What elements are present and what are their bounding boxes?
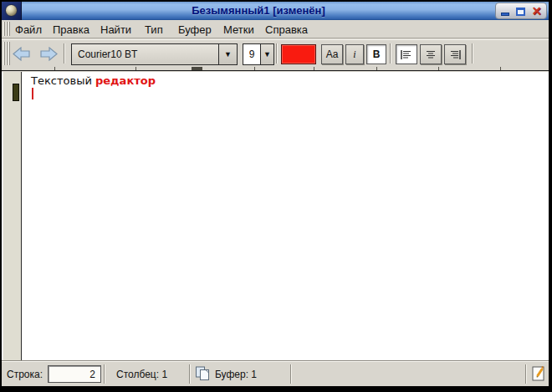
statusbar-separator <box>189 364 191 384</box>
editor-area: Текстовый редактор <box>2 72 549 360</box>
font-size-select[interactable]: 9 ▼ <box>243 43 274 65</box>
back-button[interactable] <box>12 45 32 62</box>
chevron-down-icon[interactable]: ▼ <box>260 44 273 64</box>
align-center-icon <box>425 49 437 60</box>
forward-button[interactable] <box>38 45 59 62</box>
letter-case-button[interactable]: Aa <box>321 44 343 64</box>
close-icon: ✕ <box>532 5 542 18</box>
bold-button[interactable]: B <box>366 44 386 64</box>
toolbar-separator <box>472 43 473 64</box>
align-left-icon <box>401 49 412 60</box>
text-caret <box>32 88 33 99</box>
menu-edit[interactable]: Правка <box>53 23 89 36</box>
toolbar-separator <box>64 43 65 64</box>
menu-type[interactable]: Тип <box>145 23 163 36</box>
document-text-normal: Текстовый <box>31 74 95 87</box>
line-number-input[interactable] <box>48 365 101 383</box>
align-right-icon <box>449 49 461 60</box>
document-line: Текстовый редактор <box>23 72 549 87</box>
back-arrow-icon <box>13 47 31 61</box>
app-icon[interactable] <box>2 2 22 20</box>
maximize-button[interactable] <box>514 5 528 18</box>
font-size-value: 9 <box>243 44 260 64</box>
line-label: Строка: <box>7 369 43 380</box>
forward-arrow-icon <box>39 47 58 61</box>
text-color-button[interactable] <box>281 44 316 64</box>
buffer-indicator: Буфер: 1 <box>215 369 257 380</box>
titlebar[interactable]: Безымянный1 [изменён] ✕ <box>2 2 549 20</box>
document-text-styled: редактор <box>95 74 156 87</box>
paragraph-margin[interactable] <box>3 72 22 360</box>
menu-marks[interactable]: Метки <box>223 23 254 36</box>
current-paragraph-marker <box>13 84 19 101</box>
maximize-icon <box>516 8 525 16</box>
window-title: Безымянный1 [изменён] <box>27 4 490 17</box>
font-family-select[interactable]: Courier10 BT ▼ <box>71 43 238 65</box>
align-left-button[interactable] <box>396 44 417 64</box>
menu-help[interactable]: Справка <box>265 23 308 36</box>
toolbar: Courier10 BT ▼ 9 ▼ Aa i B <box>2 39 549 67</box>
toolbar-separator <box>390 43 391 64</box>
statusbar: Строка: Столбец: 1 Буфер: 1 <box>2 362 549 386</box>
buffer-pages-icon <box>195 366 212 384</box>
column-indicator: Столбец: 1 <box>116 369 167 380</box>
window-controls: ✕ <box>495 3 547 19</box>
menubar-grip[interactable] <box>3 22 10 36</box>
statusbar-separator <box>525 364 527 384</box>
menu-buffer[interactable]: Буфер <box>178 23 212 36</box>
menubar: Файл Правка Найти Тип Буфер Метки Справк… <box>2 20 549 38</box>
align-center-button[interactable] <box>420 44 442 64</box>
modified-edit-icon[interactable] <box>531 365 547 384</box>
sphere-logo-icon <box>5 4 18 17</box>
document-canvas[interactable]: Текстовый редактор <box>23 72 549 360</box>
chevron-down-icon[interactable]: ▼ <box>218 44 237 64</box>
align-right-button[interactable] <box>444 44 466 64</box>
minimize-icon <box>501 13 509 16</box>
toolbar-separator <box>276 43 278 64</box>
close-button[interactable]: ✕ <box>529 5 544 18</box>
menu-file[interactable]: Файл <box>15 23 42 36</box>
italic-button[interactable]: i <box>345 44 364 64</box>
window-body: Безымянный1 [изменён] ✕ Файл Правка Найт… <box>2 2 549 386</box>
statusbar-separator <box>104 364 105 384</box>
minimize-button[interactable] <box>498 5 513 18</box>
statusbar-separator <box>290 364 292 384</box>
toolbar-grip[interactable] <box>3 42 10 65</box>
font-family-value: Courier10 BT <box>72 48 218 60</box>
menu-find[interactable]: Найти <box>100 23 131 36</box>
ruler <box>2 67 549 71</box>
app-window: Безымянный1 [изменён] ✕ Файл Правка Найт… <box>0 0 552 392</box>
